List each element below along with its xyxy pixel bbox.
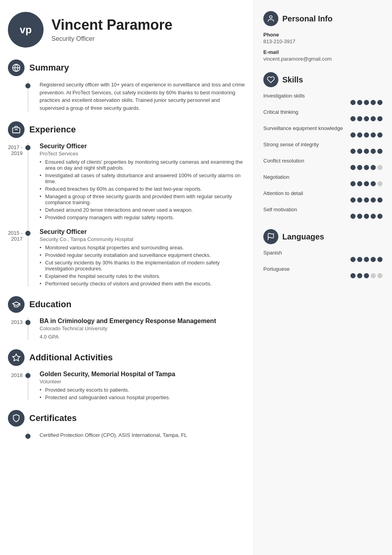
- bullet: Defused around 20 tense interactions and…: [40, 207, 245, 213]
- languages-list: SpanishPortuguese: [263, 250, 382, 278]
- summary-icon: [8, 59, 25, 76]
- education-timeline: 2013 BA in Criminology and Emergency Res…: [8, 318, 245, 340]
- skills-icon: [263, 72, 278, 87]
- skill-dot: [357, 100, 362, 105]
- right-column: Personal Info Phone 813-210-3917 E-mail …: [253, 0, 392, 555]
- experience-section: Experience 2017 -2019 Security Officer P…: [8, 121, 245, 287]
- skill-name: Critical thinking: [263, 109, 382, 115]
- skill-dot: [364, 132, 369, 138]
- skill-dot: [364, 116, 369, 121]
- skill-row: Surveillance equipment knowledge: [263, 125, 382, 138]
- summary-title: Summary: [29, 63, 69, 73]
- bullet: Provided security escorts to patients.: [40, 387, 245, 393]
- additional-section: Additional Activities 2018 Golden Securi…: [8, 349, 245, 400]
- skill-dots: [263, 165, 382, 170]
- skill-dot: [377, 181, 382, 186]
- left-column: vp Vincent Paramore Security Officer Sum…: [0, 0, 253, 555]
- language-dot: [350, 257, 356, 262]
- skill-dot: [364, 197, 369, 203]
- skills-section: Skills Investigation skillsCritical thin…: [263, 72, 382, 219]
- svg-point-6: [270, 16, 272, 19]
- cert-text-1: Certified Protection Officer (CPO), ASIS…: [40, 431, 245, 439]
- job-org-2: Security Co., Tampa Community Hospital: [40, 236, 245, 242]
- skill-dot: [357, 132, 362, 138]
- skill-dot: [350, 181, 356, 186]
- skill-dot: [350, 197, 356, 203]
- additional-org-1: Golden Security, Memorial Hospital of Ta…: [40, 371, 245, 378]
- skills-list: Investigation skillsCritical thinkingSur…: [263, 93, 382, 219]
- language-dot: [364, 273, 369, 278]
- skill-dot: [357, 197, 362, 203]
- skill-dot: [377, 149, 382, 154]
- bullet: Ensured safety of clients' properties by…: [40, 159, 245, 171]
- skill-dots: [263, 100, 382, 105]
- skill-name: Conflict resolution: [263, 158, 382, 164]
- education-section: Education 2013 BA in Criminology and Eme…: [8, 296, 245, 340]
- language-dot: [377, 273, 382, 278]
- bullet: Protected and safeguarded various hospit…: [40, 394, 245, 400]
- skill-dots: [263, 132, 382, 138]
- certificates-icon: [8, 410, 25, 427]
- skill-dot: [377, 197, 382, 203]
- skill-dot: [371, 116, 376, 121]
- skills-section-header: Skills: [263, 72, 382, 87]
- certificates-timeline: Certified Protection Officer (CPO), ASIS…: [8, 431, 245, 439]
- skill-row: Conflict resolution: [263, 158, 382, 170]
- summary-section: Summary Registered security officer with…: [8, 59, 245, 112]
- additional-section-header: Additional Activities: [8, 349, 245, 366]
- job-year-1: 2017 -2019: [0, 144, 23, 156]
- skill-name: Negotiation: [263, 174, 382, 180]
- job-title-1: Security Officer: [40, 143, 245, 150]
- bullet: Provided company managers with regular s…: [40, 214, 245, 220]
- skill-dot: [371, 149, 376, 154]
- summary-item: Registered security officer with 10+ yea…: [40, 81, 245, 112]
- job-item-1: 2017 -2019 Security Officer ProTect Serv…: [40, 143, 245, 220]
- job-org-1: ProTect Services: [40, 151, 245, 157]
- certificates-title: Certificates: [29, 413, 77, 423]
- summary-section-header: Summary: [8, 59, 245, 76]
- experience-section-header: Experience: [8, 121, 245, 138]
- experience-title: Experience: [29, 124, 76, 135]
- additional-timeline: 2018 Golden Security, Memorial Hospital …: [8, 371, 245, 400]
- skill-dot: [377, 116, 382, 121]
- language-name: Portuguese: [263, 266, 382, 272]
- education-section-header: Education: [8, 296, 245, 313]
- skill-name: Self motivation: [263, 207, 382, 212]
- language-row: Portuguese: [263, 266, 382, 278]
- cert-item-1: Certified Protection Officer (CPO), ASIS…: [40, 431, 245, 439]
- additional-year-1: 2018: [0, 372, 23, 378]
- languages-section: Languages SpanishPortuguese: [263, 229, 382, 278]
- language-dot: [357, 273, 362, 278]
- language-dot: [371, 257, 376, 262]
- skills-title: Skills: [282, 75, 303, 84]
- languages-title: Languages: [282, 232, 324, 241]
- bullet: Cut security incidents by 30% thanks to …: [40, 260, 245, 272]
- skill-dot: [357, 116, 362, 121]
- phone-label: Phone: [263, 32, 382, 38]
- skill-row: Attention to detail: [263, 190, 382, 203]
- resume-container: vp Vincent Paramore Security Officer Sum…: [0, 0, 392, 555]
- bullet: Reduced breaches by 60% as compared to t…: [40, 186, 245, 192]
- avatar-initials: vp: [20, 24, 32, 36]
- language-row: Spanish: [263, 250, 382, 262]
- skill-dots: [263, 149, 382, 154]
- skill-dots: [263, 181, 382, 186]
- skill-dot: [371, 132, 376, 138]
- skill-dot: [357, 214, 362, 219]
- personal-info-section: Personal Info Phone 813-210-3917 E-mail …: [263, 11, 382, 62]
- edu-year-1: 2013: [0, 319, 23, 325]
- skill-dot: [357, 165, 362, 170]
- summary-text: Registered security officer with 10+ yea…: [40, 81, 245, 112]
- skill-dot: [364, 214, 369, 219]
- skill-dots: [263, 214, 382, 219]
- skill-dot: [350, 100, 356, 105]
- edu-degree-1: BA in Criminology and Emergency Response…: [40, 318, 245, 325]
- bullet: Monitored various hospital properties an…: [40, 245, 245, 251]
- skill-dot: [377, 100, 382, 105]
- skill-dot: [371, 197, 376, 203]
- language-name: Spanish: [263, 250, 382, 256]
- skill-dot: [371, 165, 376, 170]
- skill-dot: [350, 116, 356, 121]
- skill-dot: [350, 149, 356, 154]
- skill-name: Attention to detail: [263, 190, 382, 196]
